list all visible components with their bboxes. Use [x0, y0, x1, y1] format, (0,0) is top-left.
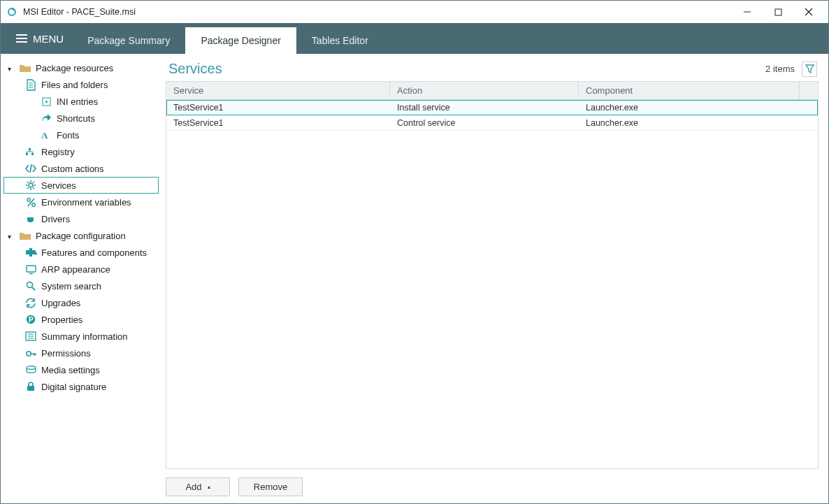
svg-line-20 — [33, 187, 34, 189]
sidebar-tree: ▾ Package resources Files and folders — [1, 54, 163, 503]
table-body: TestService1 Install service Launcher.ex… — [166, 100, 818, 468]
gear-icon — [24, 180, 37, 190]
list-icon — [24, 332, 37, 340]
file-icon — [24, 80, 37, 90]
svg-rect-13 — [31, 153, 34, 155]
tree-item-media-settings[interactable]: Media settings — [3, 361, 159, 378]
column-service[interactable]: Service — [166, 82, 390, 99]
svg-text:P: P — [29, 316, 34, 324]
minimize-button[interactable] — [732, 1, 763, 22]
search-icon — [24, 281, 37, 291]
svg-point-24 — [31, 203, 34, 206]
ini-icon — [40, 97, 52, 106]
svg-rect-38 — [27, 386, 34, 391]
svg-point-37 — [27, 366, 36, 370]
table-header: Service Action Component — [166, 82, 818, 100]
tab-tables-editor[interactable]: Tables Editor — [296, 27, 384, 54]
code-icon — [24, 164, 37, 173]
svg-line-19 — [27, 182, 29, 183]
refresh-icon — [24, 298, 37, 308]
svg-point-14 — [29, 183, 33, 187]
close-button[interactable] — [793, 1, 824, 22]
tree-item-drivers[interactable]: Drivers — [3, 210, 159, 227]
registry-icon — [24, 147, 37, 157]
footer-buttons: Add ▴ Remove — [166, 469, 819, 496]
folder-icon — [19, 231, 31, 240]
tree-group-package-configuration[interactable]: ▾ Package configuration — [3, 227, 159, 244]
filter-icon — [805, 64, 814, 73]
cell-service: TestService1 — [166, 101, 390, 114]
tree-item-properties[interactable]: P Properties — [3, 311, 159, 328]
titlebar: MSI Editor - PACE_Suite.msi — [1, 1, 828, 23]
monitor-icon — [24, 265, 37, 274]
app-icon — [6, 6, 17, 17]
svg-rect-12 — [26, 153, 28, 155]
tree-item-services[interactable]: Services — [3, 177, 159, 194]
svg-rect-11 — [29, 148, 31, 150]
svg-point-28 — [27, 282, 33, 288]
app-window: MSI Editor - PACE_Suite.msi MENU Package… — [0, 0, 829, 504]
percent-icon — [24, 198, 37, 207]
remove-button[interactable]: Remove — [238, 477, 303, 496]
hamburger-icon — [16, 34, 27, 43]
svg-line-22 — [27, 187, 29, 189]
column-component[interactable]: Component — [579, 82, 800, 99]
tree-item-registry[interactable]: Registry — [3, 143, 159, 160]
tab-package-summary[interactable]: Package Summary — [72, 27, 185, 54]
maximize-button[interactable] — [763, 1, 793, 22]
cell-component: Launcher.exe — [579, 117, 800, 129]
tree-item-summary-information[interactable]: Summary information — [3, 328, 159, 345]
tab-package-designer[interactable]: Package Designer — [185, 27, 296, 54]
svg-point-23 — [27, 198, 29, 201]
shortcut-icon — [40, 114, 52, 122]
tree-item-shortcuts[interactable]: Shortcuts — [3, 110, 159, 127]
item-count-label: 2 items — [765, 64, 795, 74]
cell-action: Install service — [390, 101, 579, 114]
svg-rect-2 — [775, 9, 781, 15]
lock-icon — [24, 382, 37, 391]
chevron-down-icon[interactable]: ▾ — [8, 63, 15, 73]
table-row[interactable]: TestService1 Install service Launcher.ex… — [166, 100, 818, 115]
tree-item-features-and-components[interactable]: Features and components — [3, 244, 159, 261]
tree-item-arp-appearance[interactable]: ARP appearance — [3, 261, 159, 278]
filter-button[interactable] — [802, 62, 817, 77]
menu-label: MENU — [33, 33, 64, 45]
cell-component: Launcher.exe — [579, 101, 800, 114]
tree-item-environment-variables[interactable]: Environment variables — [3, 194, 159, 210]
svg-rect-26 — [27, 266, 36, 272]
key-icon — [24, 349, 37, 358]
tree-item-custom-actions[interactable]: Custom actions — [3, 160, 159, 177]
disk-icon — [24, 366, 37, 374]
svg-line-21 — [33, 182, 34, 183]
svg-line-29 — [32, 287, 35, 290]
tree-item-digital-signature[interactable]: Digital signature — [3, 378, 159, 395]
menu-strip: MENU Package Summary Package Designer Ta… — [1, 23, 828, 54]
puzzle-icon — [24, 248, 37, 257]
svg-point-9 — [45, 101, 48, 103]
folder-icon — [19, 64, 31, 73]
tree-item-fonts[interactable]: A Fonts — [3, 127, 159, 143]
table-row[interactable]: TestService1 Control service Launcher.ex… — [166, 115, 818, 131]
tree-item-system-search[interactable]: System search — [3, 278, 159, 294]
cell-service: TestService1 — [166, 117, 390, 129]
content-header-right: 2 items — [765, 62, 817, 77]
column-action[interactable]: Action — [390, 82, 579, 99]
window-title: MSI Editor - PACE_Suite.msi — [23, 7, 732, 17]
svg-point-36 — [26, 351, 30, 355]
tree-item-files-and-folders[interactable]: Files and folders — [3, 76, 159, 93]
main-menu-button[interactable]: MENU — [8, 23, 72, 54]
tree-group-package-resources[interactable]: ▾ Package resources — [3, 59, 159, 76]
p-icon: P — [24, 315, 37, 324]
tree-item-ini-entries[interactable]: INI entries — [3, 93, 159, 110]
svg-point-0 — [8, 8, 15, 15]
tree-item-permissions[interactable]: Permissions — [3, 345, 159, 361]
svg-text:A: A — [41, 130, 48, 141]
content-area: Services 2 items Service Action Componen… — [163, 54, 828, 503]
tree-item-upgrades[interactable]: Upgrades — [3, 294, 159, 311]
window-controls — [732, 1, 824, 22]
add-button[interactable]: Add ▴ — [166, 477, 230, 496]
chevron-down-icon[interactable]: ▾ — [8, 231, 15, 241]
services-table: Service Action Component TestService1 In… — [166, 81, 819, 469]
svg-line-25 — [28, 199, 34, 206]
cell-action: Control service — [390, 117, 579, 129]
